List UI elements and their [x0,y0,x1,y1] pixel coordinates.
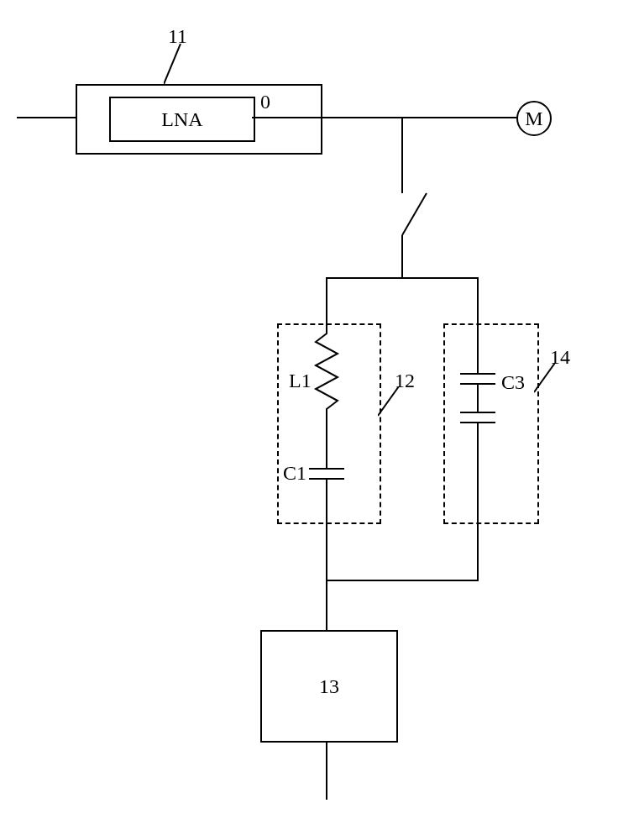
wire-below-switch [401,235,403,277]
wire-c1-down [326,486,327,580]
leader-14-icon [534,363,558,396]
block-13-label: 13 [319,675,339,697]
output-0-label: 0 [260,91,270,113]
inductor-l1-icon [312,323,341,424]
wire-l1-c1 [326,424,327,462]
leader-12-icon [378,386,403,420]
c3-label: C3 [501,371,525,394]
svg-line-2 [378,386,399,416]
block-13: 13 [260,630,398,743]
leader-11-icon [164,44,197,86]
cap-c1-icon [309,462,344,486]
lna-label: LNA [161,108,202,130]
wire-join-bottom [326,580,479,581]
meter-m: M [516,101,552,136]
cap-c3-icon [460,365,495,433]
wire-to-13 [326,581,327,630]
meter-m-label: M [525,108,542,130]
wire-input-left [17,117,76,118]
wire-out-bottom [326,741,327,800]
svg-line-0 [164,44,181,84]
wire-drop-vertical [401,118,403,193]
svg-line-1 [402,193,427,235]
switch-icon [401,189,435,239]
wire-lna-to-m [252,117,516,118]
block-lna: LNA [109,97,255,142]
l1-label: L1 [289,370,312,392]
svg-line-7 [534,363,555,392]
wire-c3-down [477,433,479,580]
wire-split-top [326,277,479,279]
c1-label: C1 [283,462,306,485]
wire-left-branch-top [326,277,327,323]
